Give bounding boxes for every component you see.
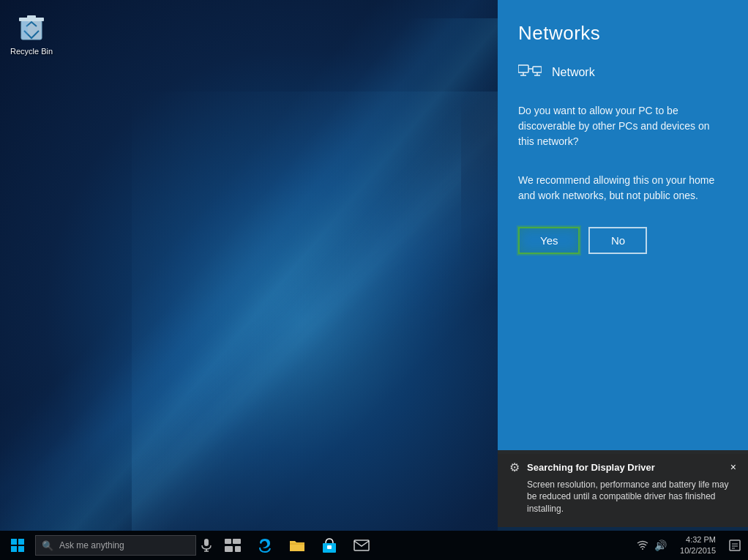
svg-rect-18 (235, 546, 241, 552)
svg-rect-12 (204, 539, 209, 546)
svg-rect-9 (533, 67, 542, 72)
recycle-bin-graphic (14, 9, 49, 44)
svg-rect-16 (233, 539, 241, 544)
network-description-1: Do you want to allow your PC to be disco… (518, 103, 728, 149)
svg-rect-20 (327, 545, 332, 549)
taskbar-time-display: 4:32 PM (680, 534, 716, 545)
taskbar-clock[interactable]: 4:32 PM 10/2/2015 (674, 534, 722, 557)
svg-rect-5 (518, 65, 528, 72)
svg-point-22 (642, 548, 643, 550)
gear-icon: ⚙ (509, 460, 520, 474)
search-input[interactable] (59, 540, 169, 550)
system-tray: 🔊 (635, 540, 674, 552)
no-button[interactable]: No (588, 227, 647, 254)
taskbar-search-box[interactable]: 🔍 (35, 535, 196, 556)
action-center-button[interactable] (722, 531, 748, 560)
networks-title: Networks (518, 22, 728, 45)
svg-rect-4 (22, 21, 28, 39)
recycle-bin-label: Recycle Bin (10, 47, 53, 56)
toast-body: Screen resolution, performance and batte… (509, 479, 736, 515)
network-description-2: We recommend allowing this on your home … (518, 173, 728, 204)
recycle-bin-icon[interactable]: Recycle Bin (7, 6, 56, 59)
windows-logo-icon (11, 539, 24, 552)
notification-toast: ⚙ Searching for Display Driver × Screen … (498, 450, 748, 527)
toast-title-row: ⚙ Searching for Display Driver (509, 460, 655, 474)
yes-button[interactable]: Yes (518, 227, 580, 254)
mail-button[interactable] (345, 531, 378, 560)
toast-close-button[interactable]: × (730, 461, 736, 473)
network-name: Network (552, 66, 595, 79)
store-button[interactable] (313, 531, 345, 560)
microphone-icon[interactable] (196, 531, 217, 560)
start-button[interactable] (0, 531, 35, 560)
svg-rect-17 (225, 546, 233, 552)
network-icon (518, 62, 542, 83)
file-explorer-button[interactable] (281, 531, 313, 560)
tray-network-icon[interactable] (635, 540, 650, 552)
networks-panel: Networks Network Do you want to allow yo… (498, 0, 748, 454)
desktop (0, 0, 498, 531)
toast-header: ⚙ Searching for Display Driver × (509, 460, 736, 474)
svg-rect-3 (27, 15, 36, 18)
svg-rect-15 (225, 539, 231, 544)
taskbar-date-display: 10/2/2015 (680, 545, 716, 556)
network-buttons: Yes No (518, 227, 728, 254)
task-view-button[interactable] (217, 531, 249, 560)
taskbar: 🔍 (0, 531, 748, 560)
tray-volume-icon[interactable]: 🔊 (653, 540, 668, 551)
svg-rect-21 (354, 540, 369, 550)
toast-title: Searching for Display Driver (527, 462, 655, 473)
svg-rect-23 (730, 540, 740, 550)
network-item[interactable]: Network (518, 62, 728, 83)
edge-button[interactable] (249, 531, 281, 560)
search-icon: 🔍 (42, 540, 53, 551)
